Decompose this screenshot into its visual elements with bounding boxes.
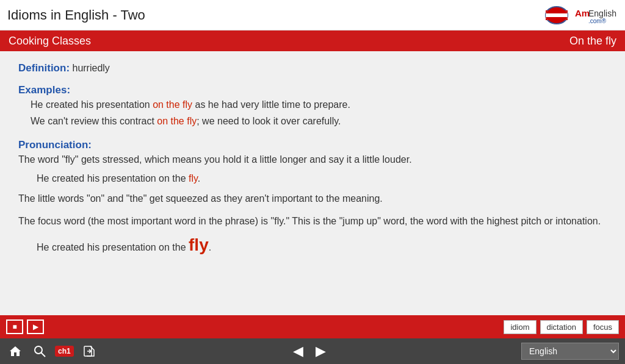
example-2: We can't review this contract on the fly… (31, 113, 607, 129)
chapter-badge[interactable]: ch1 (55, 346, 74, 357)
logo-graphic: Am English .com® (544, 4, 618, 26)
nav-center: ◀ ▶ (293, 343, 326, 359)
dictation-tab[interactable]: dictation (540, 320, 583, 334)
stop-button[interactable]: ■ (6, 319, 23, 334)
body-text-2: The focus word (the most important word … (18, 213, 607, 229)
play-button[interactable]: ▶ (27, 319, 44, 334)
svg-rect-3 (546, 10, 568, 13)
indented-example-1: He created his presentation on the fly. (37, 173, 607, 184)
export-icon (82, 344, 96, 358)
section-title: Cooking Classes (9, 35, 91, 48)
pronunciation-label: Pronunciation: (18, 139, 607, 151)
main-content: Definition: hurriedly Examples: He creat… (0, 51, 625, 315)
body-text-1: The little words "on" and "the" get sque… (18, 190, 607, 207)
prev-button[interactable]: ◀ (293, 343, 303, 359)
logo: Am English .com® (544, 4, 618, 26)
tab-controls: idiom dictation focus (504, 320, 619, 334)
pronunciation-text1: The word "fly" gets stressed, which mean… (18, 151, 607, 168)
nav-left: ch1 (6, 342, 98, 360)
home-icon (9, 344, 22, 358)
indented-example-2: He created his presentation on the fly. (37, 235, 607, 255)
playback-controls: ■ ▶ (6, 319, 44, 334)
search-icon (33, 344, 46, 358)
export-button[interactable] (80, 342, 98, 360)
language-select[interactable]: English (521, 343, 619, 360)
idiom-title: On the fly (569, 35, 616, 48)
header: Idioms in English - Two Am English .com® (0, 0, 625, 30)
svg-text:English: English (588, 9, 616, 18)
svg-text:.com®: .com® (588, 18, 607, 24)
app-title: Idioms in English - Two (7, 7, 145, 23)
definition-text: hurriedly (70, 63, 110, 73)
definition-section: Definition: hurriedly (18, 62, 607, 74)
example-1: He created his presentation on the fly a… (31, 96, 607, 113)
svg-rect-5 (546, 13, 568, 17)
examples-label: Examples: (18, 84, 607, 96)
pronunciation-section: Pronunciation: The word "fly" gets stres… (18, 139, 607, 255)
examples-section: Examples: He created his presentation on… (18, 84, 607, 129)
search-button[interactable] (31, 342, 49, 360)
focus-tab[interactable]: focus (587, 320, 619, 334)
svg-text:Am: Am (575, 8, 590, 18)
nav-right: English (521, 343, 619, 360)
section-bar: Cooking Classes On the fly (0, 30, 625, 51)
svg-line-12 (41, 352, 45, 357)
home-button[interactable] (6, 342, 24, 360)
definition-label: Definition: (18, 62, 70, 74)
idiom-tab[interactable]: idiom (504, 320, 536, 334)
svg-marker-10 (10, 346, 21, 356)
svg-rect-4 (546, 17, 568, 20)
controls-bar: ■ ▶ idiom dictation focus (0, 315, 625, 338)
next-button[interactable]: ▶ (316, 343, 326, 359)
nav-bar: ch1 ◀ ▶ English (0, 338, 625, 364)
